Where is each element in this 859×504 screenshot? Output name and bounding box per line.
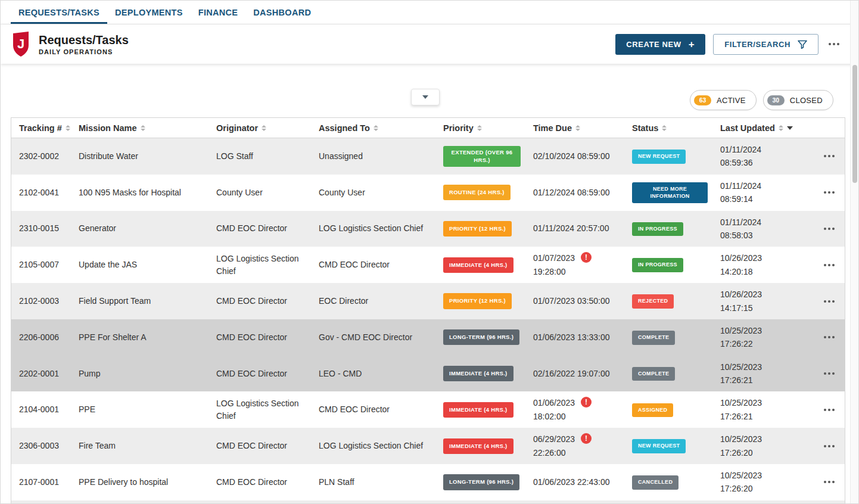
cell-tracking-number: 2310-0015 <box>11 217 71 239</box>
cell-originator: CMD EOC Director <box>208 217 311 239</box>
status-badge: IN PROGRESS <box>632 222 683 237</box>
sort-icon <box>262 125 266 131</box>
cell-status: IN PROGRESS <box>624 253 712 277</box>
row-more-icon[interactable] <box>821 331 837 343</box>
cell-assigned-to: CMD EOC Director <box>311 399 435 421</box>
cell-last-updated: 01/11/2024 08:59:14 <box>712 175 810 211</box>
cell-priority: LONG-TERM (96 HRS.) <box>435 325 525 350</box>
row-more-icon[interactable] <box>821 440 837 452</box>
cell-priority: IMMEDIATE (4 HRS.) <box>435 397 525 422</box>
sort-icon <box>575 125 580 131</box>
column-header[interactable]: Mission Name <box>71 123 208 133</box>
column-header[interactable]: Originator <box>208 123 311 133</box>
last-updated-time: 08:58:03 <box>720 229 805 242</box>
scrollbar-thumb[interactable] <box>852 65 857 183</box>
nav-tab[interactable]: DEPLOYMENTS <box>107 1 191 24</box>
cell-time-due: 01/06/2023 13:33:00 ! <box>525 326 624 349</box>
last-updated-time: 17:26:21 <box>720 410 805 423</box>
last-updated-time: 17:26:20 <box>720 446 805 459</box>
last-updated-date: 01/11/2024 <box>720 143 805 156</box>
last-updated-time: 17:26:20 <box>720 482 805 495</box>
nav-tab[interactable]: FINANCE <box>191 1 246 24</box>
header-more-icon[interactable] <box>826 38 842 50</box>
closed-filter-pill[interactable]: 30 CLOSED <box>763 90 833 110</box>
time-due-text: 02/10/2024 08:59:00 <box>533 150 609 163</box>
table-row[interactable]: 2306-0003 Fire Team CMD EOC Director LOG… <box>11 428 845 464</box>
cell-mission-name: 100 N95 Masks for Hospital <box>71 182 208 204</box>
column-header[interactable]: Assigned To <box>311 123 435 133</box>
table-row[interactable]: 2302-0002 Distribute Water LOG Staff Una… <box>11 138 845 175</box>
collapse-panel-button[interactable] <box>411 89 440 105</box>
last-updated-date: 01/11/2024 <box>720 179 805 192</box>
active-filter-pill[interactable]: 63 ACTIVE <box>690 90 757 110</box>
nav-tab[interactable]: REQUESTS/TASKS <box>11 1 107 24</box>
cell-assigned-to: EOC Director <box>311 290 435 312</box>
priority-badge: PRIORITY (12 HRS.) <box>443 293 512 309</box>
cell-tracking-number: 2105-0007 <box>11 254 71 276</box>
row-more-icon[interactable] <box>821 259 837 271</box>
page-scrollbar[interactable] <box>850 1 858 504</box>
cell-row-actions <box>810 326 845 348</box>
plus-icon: + <box>689 39 695 49</box>
column-header[interactable]: Status <box>624 123 712 133</box>
cell-time-due: 02/16/2022 19:07:00 ! <box>525 363 624 385</box>
column-header[interactable]: Last Updated <box>712 123 810 133</box>
cell-status: COMPLETE <box>624 362 712 386</box>
row-more-icon[interactable] <box>821 476 837 488</box>
cell-originator: CMD EOC Director <box>208 435 311 457</box>
table-row[interactable]: 2102-0041 100 N95 Masks for Hospital Cou… <box>11 175 845 211</box>
cell-assigned-to: LEO - CMD <box>311 363 435 385</box>
cell-mission-name: PPE For Shelter A <box>71 326 208 349</box>
sort-icon <box>141 125 145 131</box>
column-header[interactable]: Time Due <box>525 123 624 133</box>
filter-funnel-icon <box>798 40 807 49</box>
cell-time-due: 01/07/202319:28:00 ! <box>525 247 624 283</box>
cell-row-actions <box>810 254 845 276</box>
time-due-text: 01/07/202319:28:00 <box>533 251 575 278</box>
last-updated-time: 08:59:14 <box>720 192 805 206</box>
column-label: Status <box>632 123 658 133</box>
row-more-icon[interactable] <box>821 186 837 198</box>
sort-icon <box>662 125 667 131</box>
filter-search-button[interactable]: FILTER/SEARCH <box>713 34 818 55</box>
table-row[interactable]: 2206-0006 PPE For Shelter A CMD EOC Dire… <box>11 319 845 356</box>
row-more-icon[interactable] <box>821 223 837 235</box>
cell-mission-name: Field Support Team <box>71 290 208 312</box>
time-due-text: 06/29/202322:26:00 <box>533 433 575 459</box>
last-updated-date: 10/25/2023 <box>720 360 805 374</box>
cell-assigned-to: Gov - CMD EOC Director <box>311 326 435 349</box>
row-more-icon[interactable] <box>821 404 837 416</box>
table-row[interactable]: 2104-0001 PPE LOG Logistics Section Chie… <box>11 391 845 428</box>
table-row[interactable]: 2105-0007 Update the JAS LOG Logistics S… <box>11 247 845 283</box>
active-filter-label: ACTIVE <box>717 96 746 105</box>
row-more-icon[interactable] <box>821 150 837 162</box>
table-body: 2302-0002 Distribute Water LOG Staff Una… <box>11 138 845 504</box>
table-row[interactable]: 2107-0001 PPE Delivery to hospital CMD E… <box>11 464 845 500</box>
cell-status: ASSIGNED <box>624 398 712 422</box>
cell-last-updated: 10/25/2023 17:26:21 <box>712 391 810 428</box>
row-more-icon[interactable] <box>821 368 837 379</box>
table-row[interactable]: 2102-0003 Field Support Team CMD EOC Dir… <box>11 283 845 319</box>
priority-badge: IMMEDIATE (4 HRS.) <box>443 366 513 381</box>
cell-status: NEW REQUEST <box>624 434 712 458</box>
nav-tab[interactable]: DASHBOARD <box>245 1 319 24</box>
column-label: Priority <box>443 123 474 133</box>
row-more-icon[interactable] <box>821 295 837 307</box>
cell-priority: IMMEDIATE (4 HRS.) <box>435 434 525 459</box>
column-header[interactable]: Tracking # <box>11 123 71 133</box>
sort-icon <box>66 125 70 131</box>
cell-last-updated: 10/26/2023 14:17:15 <box>712 283 810 319</box>
table-row[interactable]: 2202-0001 Pump CMD EOC Director LEO - CM… <box>11 356 845 392</box>
column-label: Originator <box>216 123 258 133</box>
table-row[interactable]: 2310-0015 Generator CMD EOC Director LOG… <box>11 211 845 247</box>
sort-icon <box>477 125 482 131</box>
cell-row-actions <box>810 291 845 312</box>
cell-time-due: 01/06/202318:02:00 ! <box>525 391 624 428</box>
cell-tracking-number: 2302-0002 <box>11 145 71 167</box>
table-row[interactable]: 2205-0002 Front End Loader JUV - EOC Man… <box>11 500 845 504</box>
last-updated-date: 10/26/2023 <box>720 251 805 265</box>
page-subtitle: DAILY OPERATIONS <box>39 48 129 55</box>
header-actions: CREATE NEW + FILTER/SEARCH <box>615 34 842 55</box>
create-new-button[interactable]: CREATE NEW + <box>615 34 705 55</box>
column-header[interactable]: Priority <box>435 123 525 133</box>
